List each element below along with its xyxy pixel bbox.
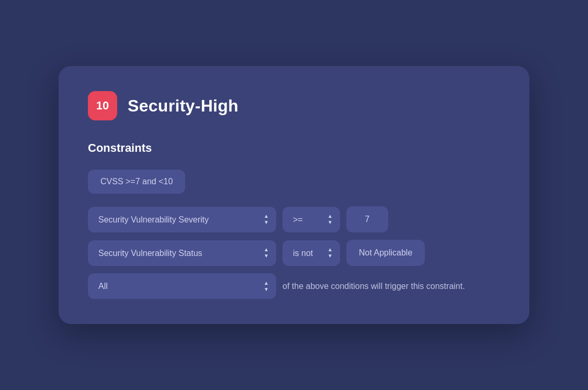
severity-badge: 10 [88, 91, 117, 120]
severity-value: 7 [346, 206, 388, 232]
status-field-wrapper[interactable]: Security Vulnerability Status ▲ ▼ [88, 240, 276, 266]
main-card: 10 Security-High Constraints CVSS >=7 an… [59, 66, 529, 324]
status-operator-wrapper[interactable]: is not is ▲ ▼ [282, 240, 340, 266]
page-title: Security-High [128, 96, 239, 116]
all-field-select[interactable]: All Any [88, 273, 276, 299]
severity-operator-wrapper[interactable]: >= > <= < = ▲ ▼ [282, 207, 340, 232]
cvss-pill: CVSS >=7 and <10 [88, 170, 185, 194]
header: 10 Security-High [88, 91, 500, 120]
conditions-area: Security Vulnerability Severity ▲ ▼ >= >… [88, 206, 500, 299]
severity-field-wrapper[interactable]: Security Vulnerability Severity ▲ ▼ [88, 207, 276, 232]
severity-field-select[interactable]: Security Vulnerability Severity [88, 207, 276, 232]
condition-suffix-text: of the above conditions will trigger thi… [282, 282, 465, 291]
condition-row-1: Security Vulnerability Severity ▲ ▼ >= >… [88, 206, 500, 232]
condition-row-2: Security Vulnerability Status ▲ ▼ is not… [88, 240, 500, 266]
constraints-label: Constraints [88, 141, 500, 155]
status-operator-select[interactable]: is not is [282, 240, 340, 266]
status-value: Not Applicable [346, 240, 425, 266]
severity-operator-select[interactable]: >= > <= < = [282, 207, 340, 232]
constraints-section: Constraints CVSS >=7 and <10 Security Vu… [88, 141, 500, 299]
all-field-wrapper[interactable]: All Any ▲ ▼ [88, 273, 276, 299]
status-field-select[interactable]: Security Vulnerability Status [88, 240, 276, 266]
condition-row-3: All Any ▲ ▼ of the above conditions will… [88, 273, 500, 299]
